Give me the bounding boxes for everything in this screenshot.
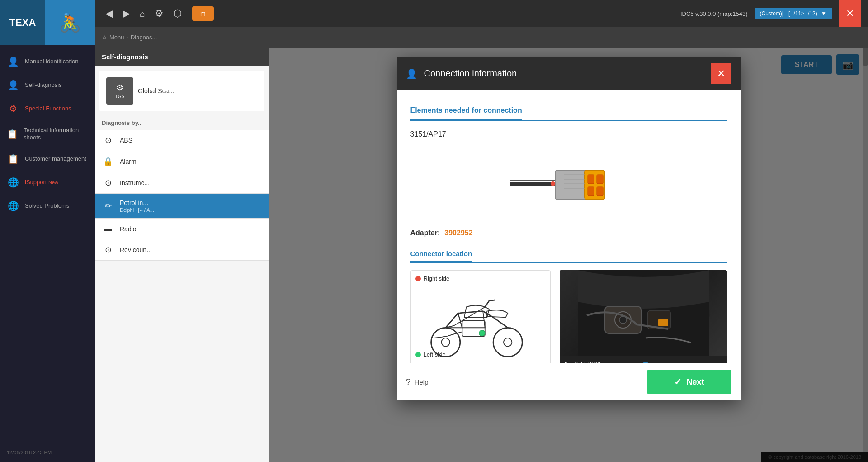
diagnosis-icon: 👤 (7, 80, 19, 90)
solved-problems-icon: 🌐 (7, 200, 19, 211)
modal-footer: ? Help ✓ Next (397, 363, 741, 400)
sidebar-item-special-functions[interactable]: ⚙ Special Functions (0, 97, 95, 120)
sidebar-navigation: 👤 Manual identification 👤 Self-diagnosis… (0, 45, 95, 443)
svg-rect-5 (597, 187, 603, 196)
diagnosis-label: Diagnosis by... (95, 116, 269, 130)
isupport-icon: 🌐 (7, 177, 19, 188)
right-panel: START 📷 👤 Connection information ✕ (269, 48, 868, 462)
custom-label[interactable]: (Custom)|--|[--/11>--/12) ▼ (755, 8, 832, 19)
radio-icon: ▬ (102, 224, 114, 233)
help-icon: ? (406, 377, 411, 387)
left-panel: Self-diagnosis ⚙ TGS Global Sca... Diagn… (95, 48, 269, 462)
topbar: ◀ ▶ ⌂ ⚙ ⬡ m IDC5 v.30.0.0 (map:1543) (Cu… (95, 0, 868, 27)
svg-point-16 (479, 330, 485, 336)
alarm-icon: 🔒 (102, 157, 114, 167)
forward-button[interactable]: ▶ (119, 5, 134, 22)
bike-icon: 🚴 (59, 12, 81, 33)
list-item-radio[interactable]: ▬ Radio (95, 219, 269, 239)
instrument-icon: ⊙ (102, 178, 114, 188)
left-side-dot (415, 352, 421, 357)
connector-location-grid: Right side (410, 270, 727, 363)
back-button[interactable]: ◀ (102, 5, 117, 22)
sidebar-item-technical-info[interactable]: 📋 Technical information sheets (0, 120, 95, 147)
modal-header-icon: 👤 (406, 68, 417, 79)
connector-tab-bar: Connector location (410, 246, 727, 263)
left-side-indicator: Left side (415, 351, 446, 358)
technical-info-icon: 📋 (7, 129, 18, 139)
bike-outline-svg (415, 284, 542, 359)
list-item-alarm[interactable]: 🔒 Alarm (95, 151, 269, 172)
rev-counter-icon: ⊙ (102, 245, 114, 255)
sidebar-footer: 12/06/2018 2:43 PM (0, 443, 95, 462)
svg-point-12 (441, 338, 449, 346)
adapter-code: 3902952 (444, 229, 472, 237)
adapter-code-label: 3151/AP17 (410, 130, 727, 138)
adapter-row: Adapter: 3902952 (410, 229, 727, 237)
sidebar-item-isupport[interactable]: 🌐 iSupport New (0, 171, 95, 194)
video-thumbnail (560, 270, 727, 356)
video-controls: ▶ 0:07 / 0:20 (560, 356, 727, 363)
progress-thumb (643, 362, 648, 363)
chevron-down-icon: ▼ (821, 10, 826, 17)
list-item-petrol[interactable]: ✏ Petrol in... Delphi · [-- / A... (95, 194, 269, 219)
abs-icon: ⊙ (102, 135, 114, 145)
sidebar-item-self-diagnosis[interactable]: 👤 Self-diagnosis (0, 73, 95, 97)
list-item-rev-counter[interactable]: ⊙ Rev coun... (95, 239, 269, 261)
svg-rect-4 (588, 187, 594, 196)
topbar-close-button[interactable]: ✕ (839, 0, 861, 27)
breadcrumb-menu[interactable]: Menu (109, 34, 124, 41)
sidebar-item-manual-identification[interactable]: 👤 Manual identification (0, 50, 95, 73)
topbar-right: IDC5 v.30.0.0 (map:1543) (Custom)|--|[--… (680, 0, 861, 27)
checkmark-icon: ✓ (674, 376, 682, 387)
connector-svg (501, 150, 637, 218)
sidebar-item-solved-problems[interactable]: 🌐 Solved Problems (0, 194, 95, 218)
bike-logo: 🚴 (45, 0, 95, 45)
modal-close-button[interactable]: ✕ (711, 63, 731, 84)
tab-elements-needed[interactable]: Elements needed for connection (410, 102, 522, 120)
settings-button[interactable]: ⚙ (151, 5, 167, 22)
self-diagnosis-header: Self-diagnosis (95, 48, 269, 66)
modal-header: 👤 Connection information ✕ (397, 57, 741, 90)
svg-point-14 (504, 338, 512, 346)
breadcrumb-diagnos[interactable]: Diagnos... (131, 34, 157, 41)
video-panel: ▶ 0:07 / 0:20 (560, 270, 727, 363)
user-icon: 👤 (7, 56, 19, 67)
next-button[interactable]: ✓ Next (647, 370, 731, 394)
special-functions-icon: ⚙ (7, 103, 19, 114)
right-side-dot (415, 276, 421, 281)
tgs-card[interactable]: ⚙ TGS Global Sca... (99, 71, 264, 111)
connection-info-modal: 👤 Connection information ✕ Elements need… (397, 57, 741, 400)
star-icon: ☆ (102, 34, 107, 41)
connector-image (410, 148, 727, 220)
video-background (560, 270, 727, 356)
svg-point-10 (551, 181, 555, 186)
svg-rect-2 (588, 175, 594, 184)
sidebar: TEXA 🚴 👤 Manual identification 👤 Self-di… (0, 0, 95, 462)
sidebar-logo: TEXA 🚴 (0, 0, 95, 45)
adapter-label: Adapter: (410, 229, 440, 237)
video-time: 0:07 / 0:20 (575, 361, 601, 363)
video-scene-svg (560, 270, 727, 356)
sidebar-item-customer-management[interactable]: 📋 Customer management (0, 147, 95, 171)
svg-rect-3 (597, 175, 603, 184)
content-area: Self-diagnosis ⚙ TGS Global Sca... Diagn… (95, 48, 868, 462)
active-tab[interactable]: m (192, 6, 214, 21)
modal-title: Connection information (424, 68, 704, 79)
main-content: ☆ Menu › Diagnos... Self-diagnosis ⚙ TGS… (95, 27, 868, 462)
right-side-indicator: Right side (415, 275, 546, 282)
home-button[interactable]: ⌂ (136, 6, 149, 21)
texa-logo: TEXA (0, 0, 45, 45)
modal-overlay: 👤 Connection information ✕ Elements need… (269, 48, 868, 462)
tab-connector-location[interactable]: Connector location (410, 246, 472, 262)
modal-body: Elements needed for connection 3151/AP17 (397, 90, 741, 363)
play-button[interactable]: ▶ (565, 360, 571, 363)
connection-button[interactable]: ⬡ (170, 5, 185, 22)
tgs-icon: ⚙ TGS (106, 77, 133, 105)
customer-icon: 📋 (7, 153, 19, 164)
list-item-instrument[interactable]: ⊙ Instrume... (95, 172, 269, 194)
svg-rect-22 (658, 319, 668, 326)
breadcrumb: ☆ Menu › Diagnos... (95, 27, 868, 48)
help-button[interactable]: ? Help (406, 377, 429, 387)
close-icon: ✕ (717, 68, 725, 80)
list-item-abs[interactable]: ⊙ ABS (95, 130, 269, 151)
